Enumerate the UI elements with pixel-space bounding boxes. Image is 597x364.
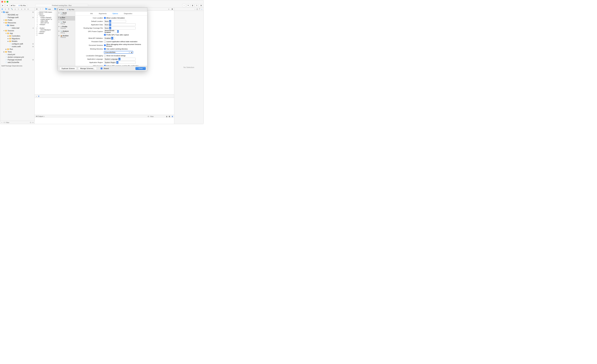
gpu-capture-popup[interactable]: Automatically Enabled▴▾: [104, 30, 119, 33]
app-region-popup[interactable]: System Region▴▾: [104, 61, 136, 64]
breakpoint-toggle-icon[interactable]: ▮: [38, 95, 39, 97]
tree-row[interactable]: ▶Migrations: [0, 37, 34, 40]
jumpbar-folder[interactable]: app: [48, 8, 51, 10]
stop-button[interactable]: ■: [5, 4, 9, 7]
disclosure-triangle[interactable]: ▼: [5, 33, 7, 34]
routing-popup[interactable]: None▴▾: [104, 27, 136, 29]
tree-row[interactable]: 📄configure.swiftM: [0, 43, 34, 45]
xpc-checkbox[interactable]: ✓: [104, 65, 106, 66]
scheme-action-archive[interactable]: ▶📦ArchiveRelease: [58, 34, 75, 39]
disclosure-triangle[interactable]: ▶: [5, 48, 7, 50]
workdir-checkbox[interactable]: ✓: [104, 48, 106, 50]
profile-gpu-checkbox[interactable]: ✓: [104, 34, 106, 36]
navigator-filter-input[interactable]: [6, 122, 29, 123]
tree-row[interactable]: ▶Models: [0, 40, 34, 43]
clock-icon[interactable]: ◷: [30, 121, 31, 123]
forward-button[interactable]: 〉: [42, 8, 44, 10]
tree-row[interactable]: ▼Sources: [0, 29, 34, 32]
console-output[interactable]: [35, 98, 174, 115]
variables-pane-icon[interactable]: ◧: [169, 115, 170, 117]
toggle-inspector-button[interactable]: ◨: [199, 4, 203, 7]
tree-row[interactable]: ▶Tests: [0, 51, 34, 53]
disclosure-triangle[interactable]: ▶: [7, 35, 9, 37]
scheme-action-build[interactable]: ▶🔧Build2 targets: [58, 11, 75, 16]
disclosure-triangle[interactable]: ▼: [5, 25, 7, 26]
swift-package-deps[interactable]: Swift Package Dependencies: [0, 64, 34, 67]
disclosure-triangle[interactable]: ▶: [7, 40, 9, 42]
symbol-navigator-tab[interactable]: ☰: [8, 8, 10, 10]
minimize-window-button[interactable]: [4, 1, 6, 3]
file-inspector-tab[interactable]: ▫: [195, 8, 195, 10]
loc-debug-checkbox[interactable]: [104, 55, 106, 56]
default-location-popup[interactable]: None▴▾: [104, 20, 126, 23]
breakpoint-navigator-tab[interactable]: ▭: [24, 8, 26, 10]
scheme-action-run[interactable]: ▶▶RunDebug: [58, 16, 75, 21]
scheme-action-test[interactable]: ▶🔧TestDebug: [58, 21, 75, 25]
editor-layout-icon[interactable]: ≡: [168, 8, 170, 10]
scheme-action-list[interactable]: ▶🔧Build2 targets▶▶RunDebug▶🔧TestDebug▶⏱P…: [58, 11, 75, 66]
tree-row[interactable]: 📄web.Dockerfile: [0, 61, 34, 64]
adjust-editor-icon[interactable]: ◨: [171, 8, 173, 10]
tree-row[interactable]: 📄docker-compose.yml: [0, 56, 34, 58]
tree-row[interactable]: ▼Views: [0, 24, 34, 27]
back-button[interactable]: 〈: [39, 8, 41, 10]
metal-popup[interactable]: Enabled▴▾: [104, 37, 115, 40]
tree-row[interactable]: ▼appM: [0, 11, 34, 14]
find-navigator-tab[interactable]: 🔍: [11, 8, 13, 10]
console-pane-icon[interactable]: ◨: [172, 115, 173, 117]
tree-row[interactable]: ▶Controllers: [0, 35, 34, 37]
tree-row[interactable]: ▼Public: [0, 19, 34, 21]
trash-icon[interactable]: 🗑: [166, 116, 168, 117]
issue-navigator-tab[interactable]: △: [14, 8, 16, 10]
disclosure-triangle[interactable]: ▶: [7, 38, 9, 39]
tab-info[interactable]: Info: [90, 13, 93, 14]
add-icon[interactable]: ＋: [1, 121, 3, 124]
disclosure-triangle[interactable]: ▼: [3, 30, 5, 32]
debug-navigator-tab[interactable]: ≡: [20, 8, 23, 10]
manage-schemes-button[interactable]: Manage Schemes...: [78, 67, 97, 70]
tree-row[interactable]: ▼Resources: [0, 21, 34, 24]
file-tree[interactable]: ▼appM📄README.md📄Package.swiftM▼Public▼Re…: [0, 11, 34, 64]
toggle-debug-button[interactable]: ⊟: [195, 4, 198, 7]
clear-icon[interactable]: ⊗: [129, 52, 130, 53]
output-selector[interactable]: All Output ◇: [36, 115, 45, 117]
code-review-button[interactable]: ⇆: [186, 4, 190, 7]
scheme-crumb-target[interactable]: My Mac: [69, 9, 75, 10]
tree-row[interactable]: ▼App: [0, 32, 34, 35]
scm-filter-icon[interactable]: ▭: [32, 121, 34, 123]
tree-row[interactable]: ▶Run: [0, 48, 34, 51]
scheme-action-profile[interactable]: ▶⏱ProfileRelease: [58, 25, 75, 30]
tree-row[interactable]: 📄README.md: [0, 14, 34, 16]
toggle-navigator-button[interactable]: ◧: [191, 4, 194, 7]
tab-options[interactable]: Options: [112, 13, 118, 14]
disclosure-triangle[interactable]: ▼: [1, 11, 3, 13]
disclosure-triangle[interactable]: ▶: [3, 51, 5, 53]
console-filter-input[interactable]: [150, 116, 165, 117]
tab-diagnostics[interactable]: Diagnostics: [124, 13, 132, 14]
app-lang-popup[interactable]: System Language▴▾: [104, 58, 136, 60]
tab-arguments[interactable]: Arguments: [99, 13, 107, 14]
test-navigator-tab[interactable]: ◇: [17, 8, 20, 10]
history-inspector-tab[interactable]: ◷: [196, 8, 198, 10]
tree-row[interactable]: 📄Package.swiftM: [0, 16, 34, 19]
source-control-navigator-tab[interactable]: ⎋: [4, 8, 7, 10]
tree-row[interactable]: 📄Package.resolvedM: [0, 58, 34, 61]
allow-location-checkbox[interactable]: ✓: [104, 17, 106, 19]
library-add-button[interactable]: ＋: [182, 4, 186, 7]
shared-checkbox[interactable]: ✓: [101, 68, 102, 69]
debug-collapse-icon[interactable]: ⌄: [36, 95, 37, 97]
persistent-checkbox[interactable]: [104, 41, 106, 42]
project-navigator-tab[interactable]: ▤: [1, 8, 3, 10]
disclosure-triangle[interactable]: ▼: [3, 22, 5, 24]
attributes-inspector-tab[interactable]: ⟐: [201, 8, 202, 10]
tree-row[interactable]: 📄routes.swiftM: [0, 45, 34, 48]
tree-row[interactable]: 📄index.leafA: [0, 27, 34, 29]
close-button[interactable]: Close: [135, 67, 146, 70]
scheme-crumb-name[interactable]: Run: [61, 9, 64, 10]
scheme-selector[interactable]: ■ Run 〉 🖥 My Mac: [10, 4, 27, 7]
workdir-input[interactable]: /Users/tib/Web ⊗ ▣: [104, 51, 133, 54]
browse-folder-icon[interactable]: ▣: [131, 52, 132, 53]
tree-row[interactable]: 📄cloud.yml: [0, 53, 34, 56]
disclosure-triangle[interactable]: ▼: [3, 19, 5, 21]
duplicate-scheme-button[interactable]: Duplicate Scheme: [59, 67, 77, 70]
